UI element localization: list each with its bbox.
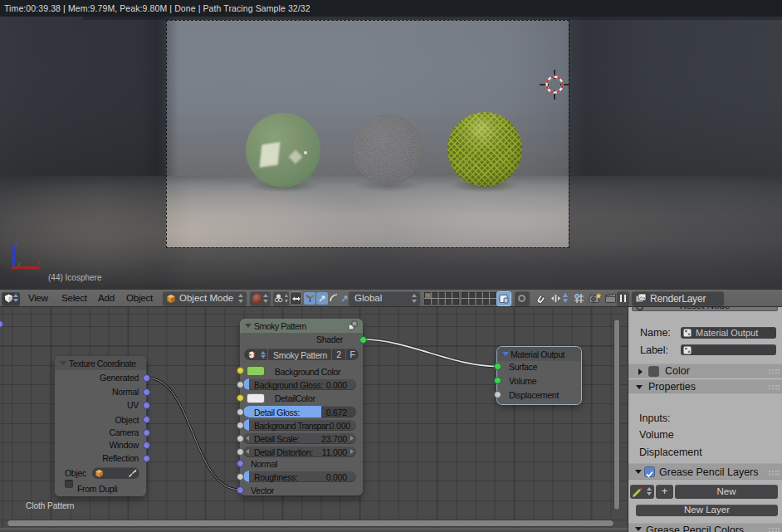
svg-text:x: x [37, 259, 40, 266]
svg-text:z: z [15, 239, 19, 247]
svg-text:y: y [17, 260, 21, 267]
